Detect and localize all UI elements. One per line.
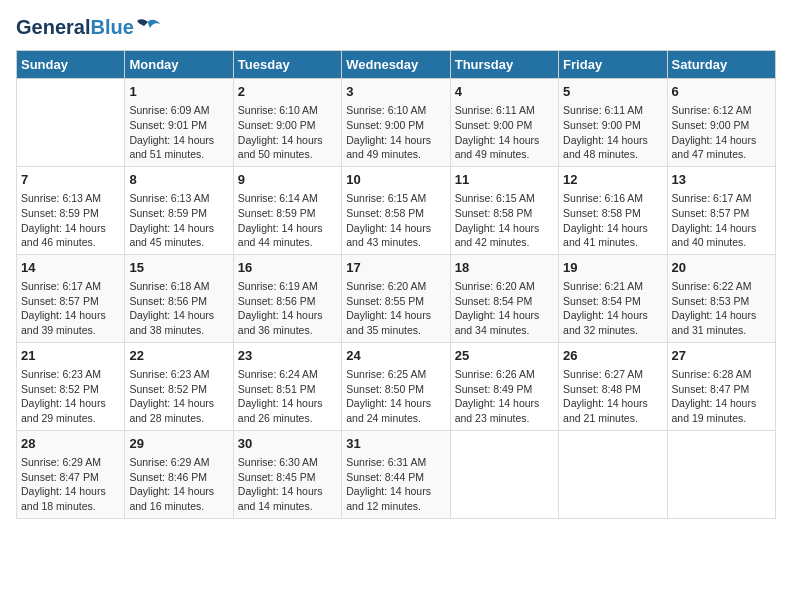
day-number: 23 — [238, 347, 337, 365]
calendar-cell: 18Sunrise: 6:20 AMSunset: 8:54 PMDayligh… — [450, 254, 558, 342]
calendar-cell: 24Sunrise: 6:25 AMSunset: 8:50 PMDayligh… — [342, 342, 450, 430]
calendar-cell: 31Sunrise: 6:31 AMSunset: 8:44 PMDayligh… — [342, 430, 450, 518]
day-content: Sunrise: 6:26 AMSunset: 8:49 PMDaylight:… — [455, 367, 554, 426]
day-content: Sunrise: 6:18 AMSunset: 8:56 PMDaylight:… — [129, 279, 228, 338]
day-content: Sunrise: 6:10 AMSunset: 9:00 PMDaylight:… — [346, 103, 445, 162]
calendar-cell: 3Sunrise: 6:10 AMSunset: 9:00 PMDaylight… — [342, 79, 450, 167]
day-content: Sunrise: 6:29 AMSunset: 8:47 PMDaylight:… — [21, 455, 120, 514]
day-number: 30 — [238, 435, 337, 453]
day-number: 11 — [455, 171, 554, 189]
calendar-cell: 28Sunrise: 6:29 AMSunset: 8:47 PMDayligh… — [17, 430, 125, 518]
day-number: 4 — [455, 83, 554, 101]
day-content: Sunrise: 6:15 AMSunset: 8:58 PMDaylight:… — [346, 191, 445, 250]
calendar-cell: 9Sunrise: 6:14 AMSunset: 8:59 PMDaylight… — [233, 166, 341, 254]
day-content: Sunrise: 6:23 AMSunset: 8:52 PMDaylight:… — [21, 367, 120, 426]
day-number: 5 — [563, 83, 662, 101]
day-content: Sunrise: 6:12 AMSunset: 9:00 PMDaylight:… — [672, 103, 771, 162]
day-number: 28 — [21, 435, 120, 453]
day-content: Sunrise: 6:09 AMSunset: 9:01 PMDaylight:… — [129, 103, 228, 162]
day-content: Sunrise: 6:25 AMSunset: 8:50 PMDaylight:… — [346, 367, 445, 426]
day-number: 31 — [346, 435, 445, 453]
calendar-cell — [667, 430, 775, 518]
day-number: 2 — [238, 83, 337, 101]
day-content: Sunrise: 6:11 AMSunset: 9:00 PMDaylight:… — [563, 103, 662, 162]
calendar-cell: 29Sunrise: 6:29 AMSunset: 8:46 PMDayligh… — [125, 430, 233, 518]
day-number: 14 — [21, 259, 120, 277]
day-content: Sunrise: 6:30 AMSunset: 8:45 PMDaylight:… — [238, 455, 337, 514]
calendar-cell: 1Sunrise: 6:09 AMSunset: 9:01 PMDaylight… — [125, 79, 233, 167]
calendar-cell: 21Sunrise: 6:23 AMSunset: 8:52 PMDayligh… — [17, 342, 125, 430]
calendar-cell: 6Sunrise: 6:12 AMSunset: 9:00 PMDaylight… — [667, 79, 775, 167]
calendar-cell: 17Sunrise: 6:20 AMSunset: 8:55 PMDayligh… — [342, 254, 450, 342]
header-row: SundayMondayTuesdayWednesdayThursdayFrid… — [17, 51, 776, 79]
calendar-cell: 15Sunrise: 6:18 AMSunset: 8:56 PMDayligh… — [125, 254, 233, 342]
day-content: Sunrise: 6:16 AMSunset: 8:58 PMDaylight:… — [563, 191, 662, 250]
calendar-cell: 16Sunrise: 6:19 AMSunset: 8:56 PMDayligh… — [233, 254, 341, 342]
calendar-cell: 13Sunrise: 6:17 AMSunset: 8:57 PMDayligh… — [667, 166, 775, 254]
day-number: 17 — [346, 259, 445, 277]
header-day: Saturday — [667, 51, 775, 79]
day-content: Sunrise: 6:20 AMSunset: 8:54 PMDaylight:… — [455, 279, 554, 338]
header-day: Monday — [125, 51, 233, 79]
day-content: Sunrise: 6:23 AMSunset: 8:52 PMDaylight:… — [129, 367, 228, 426]
day-content: Sunrise: 6:27 AMSunset: 8:48 PMDaylight:… — [563, 367, 662, 426]
calendar-cell: 25Sunrise: 6:26 AMSunset: 8:49 PMDayligh… — [450, 342, 558, 430]
logo: GeneralBlue — [16, 16, 160, 38]
day-content: Sunrise: 6:14 AMSunset: 8:59 PMDaylight:… — [238, 191, 337, 250]
day-number: 7 — [21, 171, 120, 189]
calendar-cell: 12Sunrise: 6:16 AMSunset: 8:58 PMDayligh… — [559, 166, 667, 254]
calendar-cell: 4Sunrise: 6:11 AMSunset: 9:00 PMDaylight… — [450, 79, 558, 167]
calendar-cell — [17, 79, 125, 167]
day-number: 18 — [455, 259, 554, 277]
header-day: Tuesday — [233, 51, 341, 79]
page-header: GeneralBlue — [16, 16, 776, 38]
calendar-cell: 7Sunrise: 6:13 AMSunset: 8:59 PMDaylight… — [17, 166, 125, 254]
day-content: Sunrise: 6:24 AMSunset: 8:51 PMDaylight:… — [238, 367, 337, 426]
calendar-body: 1Sunrise: 6:09 AMSunset: 9:01 PMDaylight… — [17, 79, 776, 519]
day-content: Sunrise: 6:29 AMSunset: 8:46 PMDaylight:… — [129, 455, 228, 514]
day-number: 10 — [346, 171, 445, 189]
calendar-cell: 27Sunrise: 6:28 AMSunset: 8:47 PMDayligh… — [667, 342, 775, 430]
logo-text: GeneralBlue — [16, 16, 134, 38]
calendar-week-row: 1Sunrise: 6:09 AMSunset: 9:01 PMDaylight… — [17, 79, 776, 167]
calendar-cell — [450, 430, 558, 518]
day-content: Sunrise: 6:22 AMSunset: 8:53 PMDaylight:… — [672, 279, 771, 338]
calendar-cell: 2Sunrise: 6:10 AMSunset: 9:00 PMDaylight… — [233, 79, 341, 167]
day-number: 1 — [129, 83, 228, 101]
calendar-cell: 26Sunrise: 6:27 AMSunset: 8:48 PMDayligh… — [559, 342, 667, 430]
day-content: Sunrise: 6:11 AMSunset: 9:00 PMDaylight:… — [455, 103, 554, 162]
header-day: Friday — [559, 51, 667, 79]
day-number: 13 — [672, 171, 771, 189]
calendar-cell: 14Sunrise: 6:17 AMSunset: 8:57 PMDayligh… — [17, 254, 125, 342]
calendar-cell: 19Sunrise: 6:21 AMSunset: 8:54 PMDayligh… — [559, 254, 667, 342]
calendar-cell: 30Sunrise: 6:30 AMSunset: 8:45 PMDayligh… — [233, 430, 341, 518]
calendar-cell: 20Sunrise: 6:22 AMSunset: 8:53 PMDayligh… — [667, 254, 775, 342]
calendar-cell — [559, 430, 667, 518]
calendar-header: SundayMondayTuesdayWednesdayThursdayFrid… — [17, 51, 776, 79]
calendar-cell: 8Sunrise: 6:13 AMSunset: 8:59 PMDaylight… — [125, 166, 233, 254]
day-content: Sunrise: 6:10 AMSunset: 9:00 PMDaylight:… — [238, 103, 337, 162]
day-content: Sunrise: 6:20 AMSunset: 8:55 PMDaylight:… — [346, 279, 445, 338]
calendar-week-row: 7Sunrise: 6:13 AMSunset: 8:59 PMDaylight… — [17, 166, 776, 254]
day-number: 3 — [346, 83, 445, 101]
day-number: 22 — [129, 347, 228, 365]
day-number: 25 — [455, 347, 554, 365]
calendar-cell: 10Sunrise: 6:15 AMSunset: 8:58 PMDayligh… — [342, 166, 450, 254]
day-number: 27 — [672, 347, 771, 365]
header-day: Sunday — [17, 51, 125, 79]
day-number: 9 — [238, 171, 337, 189]
day-content: Sunrise: 6:21 AMSunset: 8:54 PMDaylight:… — [563, 279, 662, 338]
calendar-week-row: 28Sunrise: 6:29 AMSunset: 8:47 PMDayligh… — [17, 430, 776, 518]
day-number: 29 — [129, 435, 228, 453]
day-number: 24 — [346, 347, 445, 365]
calendar-cell: 22Sunrise: 6:23 AMSunset: 8:52 PMDayligh… — [125, 342, 233, 430]
day-number: 8 — [129, 171, 228, 189]
day-number: 15 — [129, 259, 228, 277]
day-number: 12 — [563, 171, 662, 189]
day-number: 26 — [563, 347, 662, 365]
day-content: Sunrise: 6:28 AMSunset: 8:47 PMDaylight:… — [672, 367, 771, 426]
day-content: Sunrise: 6:31 AMSunset: 8:44 PMDaylight:… — [346, 455, 445, 514]
day-number: 6 — [672, 83, 771, 101]
calendar-table: SundayMondayTuesdayWednesdayThursdayFrid… — [16, 50, 776, 519]
day-content: Sunrise: 6:17 AMSunset: 8:57 PMDaylight:… — [672, 191, 771, 250]
